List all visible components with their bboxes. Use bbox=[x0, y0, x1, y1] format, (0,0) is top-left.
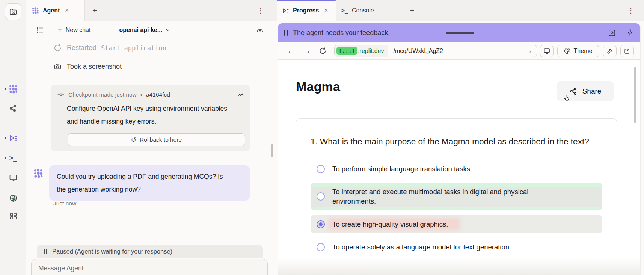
option-label: To interpret and execute multimodal task… bbox=[332, 187, 573, 206]
chevron-down-icon bbox=[165, 27, 170, 33]
rollback-button[interactable]: ↺ Rollback to here bbox=[68, 133, 245, 146]
radio-unchecked[interactable] bbox=[317, 192, 325, 201]
webview-scrollbar[interactable] bbox=[634, 67, 636, 123]
timeline-restart-row: Restarted Start application bbox=[53, 44, 166, 52]
toggle-sidebar-button[interactable] bbox=[5, 3, 21, 20]
agent-avatar bbox=[33, 168, 43, 178]
palette-icon bbox=[564, 47, 571, 54]
chat-title: openai api ke... bbox=[119, 27, 162, 33]
option-row-correct[interactable]: To interpret and execute multimodal task… bbox=[311, 183, 602, 210]
new-tab-button[interactable]: + bbox=[402, 0, 422, 21]
paused-label: Paused (Agent is waiting for your respon… bbox=[52, 248, 172, 255]
undo-icon: ↺ bbox=[131, 136, 136, 144]
close-tab-icon[interactable]: × bbox=[63, 6, 70, 15]
camera-icon bbox=[53, 62, 62, 71]
share-label: Share bbox=[582, 87, 602, 95]
panel-menu-icon[interactable]: ⋮ bbox=[247, 0, 274, 21]
restarted-label: Restarted bbox=[67, 44, 96, 52]
options-list: To perform simple language translation t… bbox=[311, 160, 602, 256]
wrench-icon bbox=[606, 48, 613, 54]
tab-agent-label: Agent bbox=[43, 7, 60, 14]
checkpoint-header: Checkpoint made just now • a4164fcd bbox=[57, 91, 244, 98]
open-external-button[interactable] bbox=[620, 45, 634, 57]
message-timestamp: Just now bbox=[53, 200, 76, 207]
shell-rail-item[interactable]: >_ bbox=[8, 153, 18, 163]
user-message-bubble: Could you try uploading a PDF and genera… bbox=[49, 165, 250, 201]
replit-workspace: >_ bbox=[0, 0, 644, 275]
publish-rail-item[interactable] bbox=[8, 193, 18, 203]
agent-icon bbox=[32, 7, 39, 14]
usage-gauge-icon[interactable] bbox=[237, 91, 244, 98]
user-message-text: Could you try uploading a PDF and genera… bbox=[57, 170, 226, 196]
agent-tabbar: Agent × + ⋮ bbox=[26, 0, 274, 21]
close-tab-icon[interactable]: × bbox=[323, 6, 329, 15]
folder-collapse-icon bbox=[9, 8, 17, 16]
apps-rail-item[interactable] bbox=[8, 211, 18, 221]
radio-unchecked[interactable] bbox=[317, 243, 325, 251]
new-chat-button[interactable]: + New chat bbox=[58, 26, 90, 35]
tool-rail: >_ bbox=[0, 0, 26, 275]
timeline-screenshot-row: Took a screenshot bbox=[53, 62, 122, 71]
output-rail-item[interactable] bbox=[8, 172, 18, 183]
chat-history-icon[interactable] bbox=[36, 26, 44, 34]
url-path: /mcq/UWxkLjAgZ2 bbox=[388, 48, 521, 54]
radio-unchecked[interactable] bbox=[317, 165, 325, 173]
graph-rail-item[interactable] bbox=[8, 103, 18, 113]
pin-icon[interactable] bbox=[626, 29, 634, 37]
question-card: 1. What is the main purpose of the Magma… bbox=[296, 118, 617, 275]
progress-rail-item[interactable] bbox=[8, 133, 18, 143]
option-label: To create high-quality visual graphics. bbox=[332, 219, 448, 229]
timeline-connector bbox=[58, 38, 58, 42]
panel-menu-icon[interactable]: ⋮ bbox=[618, 0, 644, 21]
devtools-button[interactable] bbox=[540, 45, 554, 57]
reload-icon[interactable] bbox=[316, 47, 330, 55]
graph-icon bbox=[9, 104, 18, 113]
checkpoint-description: Configure OpenAI API key using environme… bbox=[67, 102, 236, 128]
composer-placeholder: Message Agent... bbox=[38, 264, 261, 272]
chat-header: + New chat openai api ke... bbox=[26, 21, 274, 39]
forward-icon[interactable]: → bbox=[300, 47, 314, 55]
app-preview-card: The agent needs your feedback. bbox=[278, 23, 640, 275]
theme-button[interactable]: Theme bbox=[557, 45, 599, 57]
pause-icon bbox=[284, 30, 288, 36]
settings-wrench-button[interactable] bbox=[603, 45, 617, 57]
chat-scrollbar[interactable] bbox=[271, 144, 273, 157]
mouse-cursor bbox=[563, 94, 571, 102]
active-dot bbox=[5, 157, 6, 159]
tab-console[interactable]: >_ Console bbox=[336, 0, 393, 21]
go-icon[interactable]: → bbox=[521, 45, 537, 57]
radio-checked[interactable] bbox=[317, 220, 325, 228]
option-row-selected[interactable]: To create high-quality visual graphics. bbox=[311, 215, 602, 233]
drag-handle[interactable] bbox=[446, 32, 474, 34]
terminal-icon: >_ bbox=[341, 7, 348, 14]
active-dot bbox=[5, 88, 6, 90]
terminal-icon: >_ bbox=[9, 154, 17, 162]
chat-title-dropdown[interactable]: openai api ke... bbox=[119, 27, 170, 33]
domain-text: .replit.dev bbox=[358, 48, 384, 54]
tab-agent[interactable]: Agent × bbox=[26, 0, 85, 21]
tab-progress[interactable]: Progress × bbox=[277, 0, 336, 21]
progress-icon bbox=[282, 7, 289, 14]
url-bar[interactable]: {...} .replit.dev /mcq/UWxkLjAgZ2 → bbox=[334, 45, 537, 57]
question-text: 1. What is the main purpose of the Magma… bbox=[311, 134, 590, 149]
webview: Magma Share 1. What i bbox=[278, 60, 640, 275]
option-row[interactable]: To operate solely as a language model fo… bbox=[311, 238, 602, 256]
domain-chip: {...} bbox=[336, 47, 357, 55]
usage-gauge-icon[interactable] bbox=[256, 26, 264, 34]
rail-divider bbox=[7, 124, 20, 124]
rollback-label: Rollback to here bbox=[140, 136, 182, 143]
checkpoint-label: Checkpoint made just now bbox=[68, 91, 137, 98]
monitor-icon bbox=[9, 173, 18, 182]
agent-rail-item[interactable] bbox=[8, 84, 18, 94]
back-icon[interactable]: ← bbox=[284, 47, 298, 55]
theme-label: Theme bbox=[574, 48, 593, 54]
new-tab-button[interactable]: + bbox=[85, 0, 104, 21]
external-link-icon bbox=[624, 48, 630, 54]
agent-icon bbox=[8, 84, 18, 94]
message-agent-input[interactable]: Message Agent... bbox=[31, 259, 268, 275]
popout-icon[interactable] bbox=[608, 29, 616, 37]
option-row[interactable]: To perform simple language translation t… bbox=[311, 160, 602, 178]
screenshot-label: Took a screenshot bbox=[67, 63, 122, 71]
timeline-connector bbox=[58, 53, 58, 59]
progress-icon bbox=[9, 133, 18, 143]
